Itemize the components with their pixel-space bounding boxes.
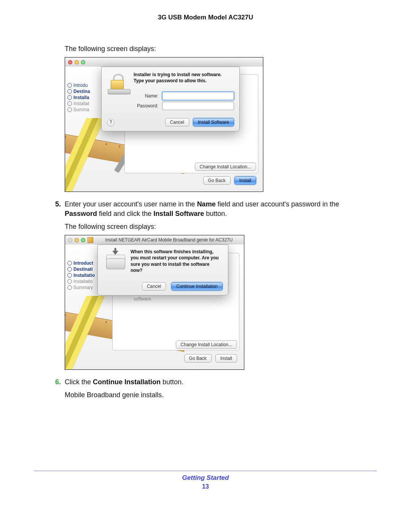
page-header: 3G USB Modem Model AC327U (0, 0, 411, 40)
password-input[interactable] (162, 102, 234, 110)
close-icon[interactable] (68, 238, 72, 242)
footer-rule (34, 471, 377, 471)
step-text: Click the Continue Installation button. (65, 377, 183, 387)
change-install-location-button[interactable]: Change Install Location... (195, 163, 256, 171)
auth-line2: Type your password to allow this. (134, 78, 234, 84)
minimize-icon[interactable] (75, 238, 79, 242)
window-title: Install NETGEAR AirCard Mobile Broadband… (97, 237, 241, 243)
auth-dialog: Installer is trying to install new softw… (101, 67, 240, 131)
faded-software: software. (134, 296, 152, 302)
installer-icon (88, 237, 93, 243)
minimize-icon[interactable] (75, 60, 79, 64)
restart-line3: sure you want to install the software (131, 261, 223, 267)
sidebar-item: Installatio (67, 273, 95, 278)
window-titlebar (65, 58, 263, 67)
footer-page-number: 13 (0, 483, 411, 490)
go-back-button[interactable]: Go Back (203, 176, 231, 185)
name-input[interactable] (162, 92, 234, 100)
restart-dialog: When this software finishes installing, … (97, 244, 228, 296)
help-button[interactable]: ? (107, 119, 115, 126)
install-software-button[interactable]: Install Software (193, 118, 234, 126)
sidebar-item: Installat (67, 101, 90, 106)
name-label: Name: (134, 93, 158, 99)
zoom-icon[interactable] (81, 60, 85, 64)
auth-line1: Installer is trying to install new softw… (134, 72, 234, 78)
sidebar-item: Introduct (67, 260, 95, 266)
post-step6: Mobile Broadband genie installs. (65, 390, 365, 399)
sidebar-item: Destinati (67, 267, 95, 272)
continue-installation-button[interactable]: Continue Installation (171, 282, 223, 291)
intro-1: The following screen displays: (65, 44, 365, 53)
footer-section: Getting Started (0, 474, 411, 482)
window-titlebar: Install NETGEAR AirCard Mobile Broadband… (65, 235, 244, 245)
step-text: Enter your user account's user name in t… (65, 200, 365, 218)
go-back-button[interactable]: Go Back (184, 354, 212, 363)
sidebar-item: Destina (67, 89, 90, 94)
screenshot-restart-dialog: Install NETGEAR AirCard Mobile Broadband… (65, 235, 244, 370)
change-install-location-button[interactable]: Change Install Location... (176, 340, 237, 349)
restart-line2: you must restart your computer. Are you (131, 255, 223, 261)
sidebar-item: Summary (67, 285, 95, 290)
screenshot-auth-dialog: 12345 Introdu Destina Installa Installat… (65, 57, 263, 192)
sidebar-item: Summa (67, 107, 90, 112)
install-drive-icon (104, 250, 127, 271)
page-footer: Getting Started 13 (0, 474, 411, 490)
install-steps-sidebar: Introduct Destinati Installatio Installa… (67, 260, 95, 291)
install-button[interactable]: Install (234, 176, 256, 185)
restart-line4: now? (131, 267, 223, 273)
step-number: 6. (47, 377, 65, 387)
sidebar-item: Installatio (67, 279, 95, 284)
install-steps-sidebar: Introdu Destina Installa Installat Summa (67, 82, 90, 113)
lock-icon (108, 73, 128, 93)
cancel-button[interactable]: Cancel (142, 282, 166, 291)
step-5: 5. Enter your user account's user name i… (65, 200, 365, 218)
step-number: 5. (47, 200, 65, 209)
intro-2: The following screen displays: (65, 222, 365, 231)
install-button[interactable]: Install (215, 354, 237, 363)
step-6: 6. Click the Continue Installation butto… (65, 377, 365, 387)
sidebar-item: Introdu (67, 83, 90, 88)
sidebar-item: Installa (67, 95, 90, 100)
restart-line1: When this software finishes installing, (131, 249, 223, 255)
password-label: Password: (134, 103, 158, 109)
cancel-button[interactable]: Cancel (165, 118, 189, 126)
header-title: 3G USB Modem Model AC327U (158, 14, 253, 21)
zoom-icon[interactable] (81, 238, 85, 242)
close-icon[interactable] (68, 60, 72, 64)
